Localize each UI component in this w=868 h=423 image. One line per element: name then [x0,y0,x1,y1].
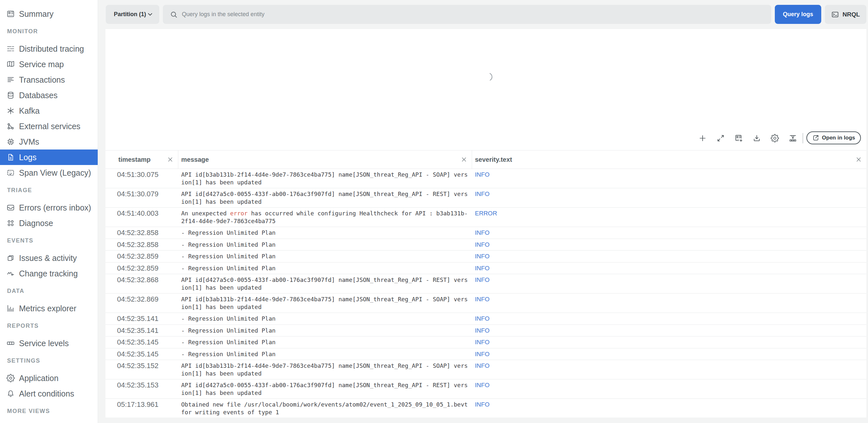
logs-icon [6,153,15,162]
table-row[interactable]: 04:52:35.152API id[b3ab131b-2f14-4d4e-9d… [105,360,866,379]
sidebar-item-databases[interactable]: Databases [0,87,98,103]
cell-severity[interactable]: INFO [472,190,866,205]
cell-severity[interactable]: INFO [472,382,866,397]
table-row[interactable]: 04:52:32.858- Regression Unlimited PlanI… [105,227,866,239]
sidebar-item-transactions[interactable]: Transactions [0,72,98,87]
cell-severity[interactable]: INFO [472,315,866,322]
cell-severity[interactable]: INFO [472,229,866,237]
search-bar[interactable] [163,5,771,24]
table-row[interactable]: 04:51:40.003An unexpected error has occu… [105,208,866,227]
search-input[interactable] [182,11,765,18]
search-icon [169,10,178,19]
cell-severity[interactable]: INFO [472,401,866,416]
remove-column-severity-button[interactable] [856,156,862,163]
sidebar-section-more-views: MORE VIEWS [0,404,98,418]
cell-timestamp: 04:51:30.075 [105,171,178,186]
sidebar-section-data: DATA [0,284,98,298]
table-row[interactable]: 04:52:32.869API id[b3ab131b-2f14-4d4e-9d… [105,293,866,313]
sidebar-item-distributed-tracing[interactable]: Distributed tracing [0,41,98,57]
sidebar-item-metrics-explorer[interactable]: Metrics explorer [0,301,98,316]
cell-timestamp: 04:52:35.153 [105,382,178,397]
column-header-severity[interactable]: severity.text [472,150,866,169]
sidebar-item-logs[interactable]: Logs [0,149,98,165]
table-row[interactable]: 04:52:32.859- Regression Unlimited PlanI… [105,251,866,262]
close-icon [856,156,862,163]
table-row[interactable]: 04:52:35.141- Regression Unlimited PlanI… [105,313,866,325]
diagnose-icon [6,219,15,227]
cell-message: API id[d427a5c0-0055-433f-ab00-176ac3f90… [178,382,472,397]
sidebar-item-span-view-legacy[interactable]: Span View (Legacy) [0,165,98,180]
cell-timestamp: 04:52:32.869 [105,295,178,311]
table-row[interactable]: 05:17:13.961Obtained new file /usr/local… [105,399,866,418]
cell-timestamp: 04:52:32.858 [105,241,178,249]
cell-message: - Regression Unlimited Plan [178,241,472,249]
cell-timestamp: 04:52:32.859 [105,264,178,272]
expand-button[interactable] [714,132,727,145]
bell-icon [6,389,15,398]
remove-column-message-button[interactable] [461,156,467,163]
cell-severity[interactable]: INFO [472,350,866,358]
sidebar-item-summary[interactable]: Summary [0,6,98,22]
table-row[interactable]: 04:52:35.145- Regression Unlimited PlanI… [105,348,866,360]
table-row[interactable]: 04:52:35.145- Regression Unlimited PlanI… [105,336,866,348]
sidebar-item-errors-inbox[interactable]: Errors (errors inbox) [0,200,98,215]
sidebar-section-settings: SETTINGS [0,354,98,368]
cell-severity[interactable]: INFO [472,241,866,249]
content-card: Open in logs timestamp message severity.… [105,29,866,418]
sidebar-nav: SummaryMONITORDistributed tracingService… [0,6,98,418]
table-row[interactable]: 04:51:30.075API id[b3ab131b-2f14-4d4e-9d… [105,169,866,188]
query-logs-button[interactable]: Query logs [775,5,821,24]
chevron-down-icon [148,12,153,16]
sidebar-item-alert-conditions[interactable]: Alert conditions [0,386,98,401]
cell-severity[interactable]: INFO [472,338,866,346]
cell-severity[interactable]: INFO [472,295,866,311]
add-to-dashboard-button[interactable] [732,132,745,145]
kafka-icon [6,107,15,115]
cell-message: - Regression Unlimited Plan [178,253,472,260]
sidebar-item-issues-activity[interactable]: Issues & activity [0,250,98,266]
table-row[interactable]: 04:51:30.079API id[d427a5c0-0055-433f-ab… [105,188,866,208]
cell-severity[interactable]: INFO [472,276,866,291]
group-by-button[interactable] [786,132,799,145]
sidebar-item-application[interactable]: Application [0,370,98,386]
table-row[interactable]: 04:52:35.153API id[d427a5c0-0055-433f-ab… [105,379,866,399]
cell-severity[interactable]: INFO [472,171,866,186]
sidebar: SummaryMONITORDistributed tracingService… [0,0,98,423]
chart-toolbar [696,132,803,145]
close-icon [461,156,467,163]
cell-message: Obtained new file /usr/local/boomi/work/… [178,401,472,416]
sidebar-item-diagnose[interactable]: Diagnose [0,215,98,231]
table-row[interactable]: 04:52:32.859- Regression Unlimited PlanI… [105,262,866,275]
map-icon [6,60,15,68]
cell-severity[interactable]: INFO [472,327,866,335]
cell-severity[interactable]: INFO [472,362,866,377]
cell-message: - Regression Unlimited Plan [178,350,472,358]
settings-button[interactable] [768,132,781,145]
remove-column-timestamp-button[interactable] [167,156,174,163]
sidebar-item-external-services[interactable]: External services [0,118,98,134]
sidebar-item-kafka[interactable]: Kafka [0,103,98,118]
sidebar-item-change-tracking[interactable]: Change tracking [0,266,98,281]
toolbar-divider [803,133,803,143]
sidebar-item-jvms[interactable]: JVMs [0,134,98,149]
table-row[interactable]: 04:52:32.868API id[d427a5c0-0055-433f-ab… [105,274,866,293]
add-button[interactable] [696,132,709,145]
table-row[interactable]: 04:52:35.141- Regression Unlimited PlanI… [105,325,866,337]
sidebar-item-service-levels[interactable]: Service levels [0,336,98,351]
cell-severity[interactable]: INFO [472,264,866,272]
open-in-logs-button[interactable]: Open in logs [806,132,861,144]
cell-message: API id[d427a5c0-0055-433f-ab00-176ac3f90… [178,190,472,205]
table-body: 04:51:30.075API id[b3ab131b-2f14-4d4e-9d… [105,169,866,418]
column-header-message[interactable]: message [178,150,472,169]
external-services-icon [6,122,15,131]
partition-filter-button[interactable]: Partition (1) [106,5,159,24]
cell-timestamp: 04:52:35.145 [105,338,178,346]
transactions-icon [6,76,15,84]
nrql-button[interactable]: NRQL [825,5,866,24]
sidebar-item-service-map[interactable]: Service map [0,57,98,72]
cell-severity[interactable]: INFO [472,253,866,260]
column-header-timestamp[interactable]: timestamp [105,150,178,169]
download-button[interactable] [750,132,763,145]
table-row[interactable]: 04:52:32.858- Regression Unlimited PlanI… [105,239,866,251]
cell-severity[interactable]: ERROR [472,209,866,225]
